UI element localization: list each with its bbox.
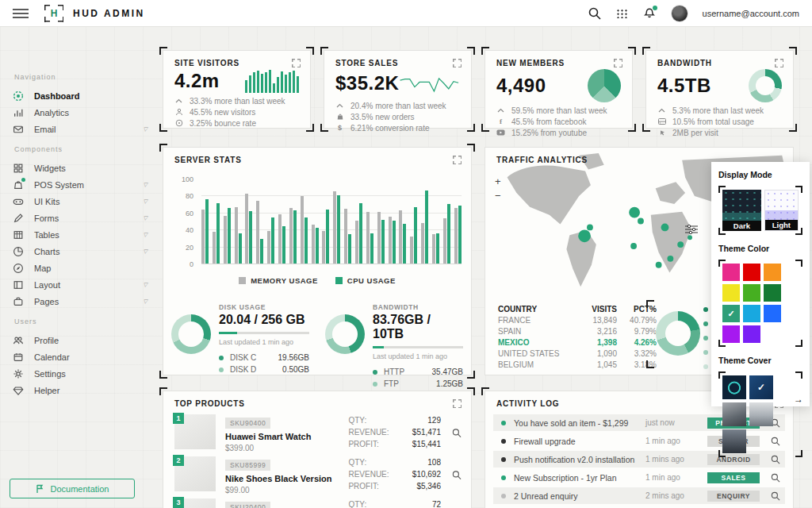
sidebar-item-label: Pages	[34, 297, 59, 306]
sidebar-item-settings[interactable]: Settings	[13, 365, 159, 382]
card-title: ACTIVITY LOG	[496, 399, 559, 408]
spark-bar	[261, 74, 263, 93]
expand-icon[interactable]	[775, 59, 783, 67]
theme-color-swatch[interactable]	[743, 325, 760, 343]
product-row[interactable]: 2 SKU85999 Nike Shoes Black Version $99.…	[174, 456, 462, 493]
theme-color-swatch[interactable]	[764, 284, 781, 302]
traffic-map-dot[interactable]	[661, 224, 669, 232]
sidebar-item-forms[interactable]: Forms▽	[13, 210, 159, 226]
traffic-map-dot[interactable]	[638, 218, 644, 225]
theme-color-swatch[interactable]	[743, 284, 760, 302]
sidebar-item-map[interactable]: Map	[13, 260, 159, 276]
sidebar-item-analytics[interactable]: Analytics	[13, 104, 159, 121]
bar-sparkline	[245, 69, 299, 93]
product-search-icon[interactable]	[452, 428, 462, 438]
theme-cover-station[interactable]	[749, 402, 773, 426]
sidebar-item-tables[interactable]: Tables▽	[13, 226, 159, 243]
product-search-icon[interactable]	[452, 470, 462, 480]
sidebar-item-label: Charts	[34, 247, 59, 256]
bandwidth-progress-bar	[373, 346, 463, 348]
traffic-map-dot[interactable]	[578, 229, 591, 242]
map-zoom-out-button[interactable]: −	[495, 192, 501, 200]
bar-pair	[389, 217, 396, 264]
product-row[interactable]: 1 SKU90400 Huawei Smart Watch $399.00 QT…	[174, 414, 462, 451]
documentation-button[interactable]: Documentation	[10, 479, 135, 498]
app-logo[interactable]: H	[44, 5, 63, 22]
notifications-bell-icon[interactable]	[642, 6, 657, 21]
activity-row[interactable]: 2 Unread enquiry2 mins agoENQUIRY	[493, 487, 785, 504]
traffic-map-dot[interactable]	[656, 262, 662, 268]
display-mode-dark-option[interactable]: Dark	[722, 190, 761, 231]
user-avatar[interactable]	[671, 5, 688, 22]
expand-icon[interactable]	[453, 59, 462, 67]
theme-color-swatch[interactable]	[764, 264, 781, 281]
activity-time: 1 mins ago	[645, 455, 707, 464]
theme-cover-ring-dark[interactable]	[722, 375, 746, 399]
theme-cover-city[interactable]	[722, 429, 746, 453]
bar-pair	[224, 208, 231, 264]
hamburger-menu-icon[interactable]	[13, 9, 29, 18]
sidebar-item-helper[interactable]: Helper	[13, 382, 159, 398]
map-filter-sliders-icon[interactable]	[685, 224, 698, 235]
sidebar-item-pages[interactable]: Pages▽	[13, 293, 159, 310]
expand-icon[interactable]	[453, 399, 462, 408]
activity-text: 2 Unread enquiry	[514, 491, 645, 501]
theme-color-swatch[interactable]	[743, 305, 760, 322]
apps-grid-icon[interactable]	[616, 9, 628, 18]
sidebar-item-email[interactable]: Email▽	[13, 121, 159, 137]
expand-icon[interactable]	[292, 59, 301, 67]
display-mode-light-option[interactable]: Light	[764, 190, 799, 231]
stat-value: $35.2K	[335, 72, 399, 94]
sidebar-item-widgets[interactable]: Widgets	[13, 160, 159, 176]
table-row-highlighted[interactable]: MEXICO1,3984.26%	[498, 337, 657, 348]
theme-cover-blue[interactable]: ✓	[749, 375, 773, 399]
sidebar-item-label: Helper	[34, 386, 59, 395]
notification-dot	[653, 6, 657, 10]
qty-label: QTY:	[348, 416, 366, 425]
pos-notification-dot	[21, 178, 25, 182]
map-zoom-in-button[interactable]: +	[495, 178, 501, 186]
y-tick-label: 100	[182, 175, 193, 183]
panel-arrow-icon[interactable]: →	[794, 394, 803, 405]
product-image: 1	[174, 414, 216, 449]
top-bar: H HUD ADMIN username@account.com	[0, 0, 812, 27]
sidebar-item-profile[interactable]: Profile	[13, 332, 159, 348]
sidebar-item-dashboard[interactable]: Dashboard	[13, 87, 159, 104]
revenue-value: $51,471	[412, 428, 441, 437]
activity-search-icon[interactable]	[771, 491, 780, 501]
table-row[interactable]: UNITED STATES1,0903.32%	[498, 348, 657, 359]
theme-color-swatch[interactable]	[722, 264, 740, 281]
theme-color-swatch[interactable]	[743, 264, 760, 281]
traffic-map-dot[interactable]	[630, 243, 637, 249]
traffic-map-dot[interactable]	[667, 256, 673, 262]
expand-icon[interactable]	[614, 59, 622, 67]
activity-search-icon[interactable]	[771, 473, 780, 483]
product-row[interactable]: 3 SKU20400 White Sony PS4 QTY:72 REVENUE…	[174, 498, 462, 508]
sidebar-item-layout[interactable]: Layout▽	[13, 276, 159, 293]
sidebar-item-calendar[interactable]: Calendar	[13, 348, 159, 365]
theme-color-swatch[interactable]	[722, 325, 740, 343]
theme-color-swatch[interactable]	[764, 305, 781, 322]
traffic-map-dot[interactable]	[629, 207, 640, 218]
traffic-map-dot[interactable]	[587, 224, 593, 230]
table-row[interactable]: FRANCE13,84940.79%	[498, 314, 657, 325]
sidebar-item-ui-kits[interactable]: UI Kits▽	[13, 193, 159, 210]
bar-pair	[399, 210, 406, 264]
traffic-map-dot[interactable]	[688, 235, 692, 240]
table-row[interactable]: BELGIUM1,0453.18%	[498, 359, 657, 370]
search-icon[interactable]	[588, 6, 602, 21]
traffic-map-dot[interactable]	[677, 241, 684, 248]
stat-text: 45.5% from facebook	[511, 117, 587, 126]
activity-text: Push notification v2.0 installation	[514, 455, 645, 464]
sidebar-item-pos-system[interactable]: POS System▽	[13, 176, 159, 193]
theme-color-swatch[interactable]	[722, 284, 740, 302]
table-row[interactable]: SPAIN3,2169.79%	[498, 325, 657, 337]
legend-dot	[373, 382, 377, 387]
activity-row[interactable]: New Subscription - 1yr Plan1 min agoSALE…	[493, 469, 785, 486]
server-bar-chart: 100806040200	[174, 179, 462, 264]
theme-color-swatch-selected[interactable]: ✓	[722, 305, 740, 322]
card-store-sales: STORE SALES $35.2K 20.4% more than last …	[324, 50, 472, 129]
expand-icon[interactable]	[453, 156, 462, 164]
theme-cover-mountain[interactable]	[722, 402, 746, 426]
sidebar-item-charts[interactable]: Charts▽	[13, 243, 159, 260]
